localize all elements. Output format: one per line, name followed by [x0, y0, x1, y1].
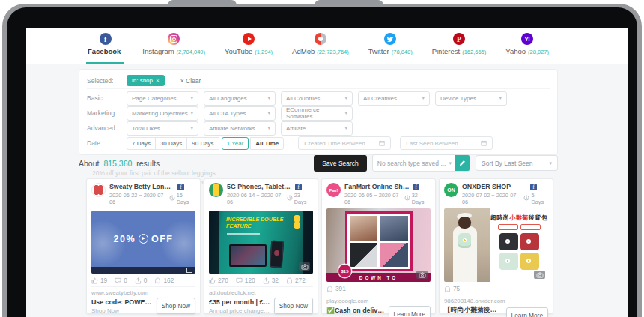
ad-date-range: 2020-06-22 ~ 2020-07-06 [109, 192, 169, 205]
selected-filter-chip[interactable]: in: shop × [127, 75, 165, 86]
clear-filters-button[interactable]: × Clear [180, 77, 201, 85]
stat-value: 19 [100, 277, 107, 284]
ad-date-range: 2020-06-14 ~ 2020-07-06 [227, 192, 287, 205]
screen: f Facebook Instagram (2,704,049) YouTube… [26, 28, 628, 317]
advertiser-name[interactable]: Sweaty Betty London | Wom... [109, 183, 174, 190]
filter-dropdown[interactable]: Marketing Objectives▾ [127, 106, 198, 121]
ad-media[interactable]: DOWN TO$15 [326, 208, 431, 282]
date-range-button[interactable]: 7 Days [127, 137, 156, 150]
advertiser-name[interactable]: 5G Phones, Tablets & SIMs | ... [227, 183, 292, 190]
ad-stats: 75 [444, 285, 548, 292]
chevron-down-icon: ▾ [344, 110, 347, 116]
product-grid [499, 233, 539, 270]
card-header: Sweaty Betty London | Wom... f ··· 2020-… [91, 183, 195, 205]
tab-pinterest[interactable]: P Pinterest (162,665) [431, 33, 488, 64]
date-range-button[interactable]: 1 Year [222, 137, 249, 150]
ad-headline: 【時尚小雛菊後背包】小雛菊刺... [444, 306, 503, 315]
selected-filters-row: Selected: in: shop × × Clear [87, 73, 550, 89]
date-range-button[interactable]: All Time [250, 137, 284, 150]
tab-facebook[interactable]: f Facebook [86, 33, 124, 64]
admob-glyph [318, 37, 323, 41]
product-collage [345, 211, 413, 271]
expand-icon[interactable] [186, 268, 192, 273]
filter-dropdown[interactable]: Affiliate Networks▾ [204, 121, 276, 136]
heat-stat: 391 [326, 285, 346, 292]
save-search-button[interactable]: Save Search [314, 155, 367, 172]
heat-icon [326, 286, 333, 292]
ad-media[interactable]: 超時尚小雛菊後背包 [444, 208, 548, 282]
cta-button[interactable]: Shop Now [274, 298, 313, 314]
ad-card: Sweaty Betty London | Wom... f ··· 2020-… [86, 178, 201, 314]
filter-dropdown[interactable]: Device Types▾ [435, 91, 507, 106]
filter-dropdown[interactable]: Affiliate▾ [281, 121, 353, 136]
cta-button[interactable]: Shop Now [157, 298, 195, 314]
like-icon [91, 277, 98, 284]
dropdown-value: Marketing Objectives [132, 110, 188, 117]
cta-button[interactable]: Learn More [389, 306, 431, 317]
ad-domain: ad.doubleclick.net [209, 289, 313, 296]
like-stat: 270 [209, 277, 228, 284]
ad-domain: 986208148.onxder.com [444, 298, 548, 304]
date-range-button[interactable]: 90 Days [186, 137, 219, 150]
heat-stat: 162 [154, 277, 174, 284]
more-menu-icon[interactable]: ··· [305, 184, 313, 190]
filter-dropdown[interactable]: All CTA Types▾ [204, 106, 276, 121]
ad-headline: £35 per month | £30 upfront | ... [209, 298, 271, 306]
filter-dropdown[interactable]: Total Likes▾ [127, 121, 198, 136]
ad-cards-row: Sweaty Betty London | Wom... f ··· 2020-… [86, 178, 553, 314]
comment-icon [115, 277, 121, 284]
ad-card: 5G Phones, Tablets & SIMs | ... f ··· 20… [204, 178, 318, 314]
calendar-icon [481, 140, 487, 146]
ad-subline: Shop Now [91, 307, 154, 314]
more-menu-icon[interactable]: ··· [422, 184, 431, 190]
date-picker-input[interactable]: Last Seen Between [400, 136, 493, 150]
play-icon[interactable] [139, 234, 148, 244]
chevron-down-icon: ▾ [190, 95, 193, 101]
chevron-down-icon: ▾ [549, 160, 552, 166]
ad-domain: www.sweatybetty.com [91, 289, 195, 296]
advertiser-avatar [209, 183, 223, 197]
product-photo [350, 243, 378, 268]
tab-twitter[interactable]: Twitter (78,848) [367, 33, 414, 64]
filter-dropdown[interactable]: All Languages▾ [204, 91, 276, 106]
filter-dropdown[interactable]: All Creatives▾ [358, 91, 430, 106]
tab-yahoo[interactable]: Y! Yahoo (28,027) [504, 33, 550, 64]
dropdown-value: All CTA Types [209, 110, 246, 117]
card-header: Fan! FanMart Online Shopping - F... f ··… [326, 183, 431, 205]
facebook-icon: f [295, 184, 302, 190]
stat-value: 120 [245, 277, 255, 284]
edit-icon[interactable] [455, 155, 470, 171]
filter-dropdown[interactable]: Page Categories▾ [127, 91, 198, 106]
tab-youtube[interactable]: YouTube (1,294) [223, 33, 274, 64]
sort-dropdown[interactable]: Sort By Last Seen ▾ [476, 155, 558, 171]
tab-instagram[interactable]: Instagram (2,704,049) [141, 33, 207, 64]
filter-dropdown[interactable]: ECommerce Softwares▾ [281, 106, 353, 121]
dropdown-value: All Creatives [363, 95, 397, 102]
heat-icon [154, 277, 161, 284]
date-range-button[interactable]: 30 Days [155, 137, 187, 150]
tab-admob[interactable]: AdMob (22,723,764) [291, 33, 350, 64]
date-picker-input[interactable]: Created Time Between [298, 136, 391, 150]
stat-value: 75 [453, 285, 460, 292]
media-subtext [227, 233, 260, 235]
ad-stats: 1900162 [91, 277, 195, 284]
more-menu-icon[interactable]: ··· [187, 184, 195, 190]
chip-close-icon[interactable]: × [156, 77, 160, 84]
advertiser-name[interactable]: FanMart Online Shopping - F... [344, 183, 410, 190]
share-icon [263, 277, 270, 284]
stat-value: 32 [272, 277, 279, 284]
filter-dropdown[interactable]: All Countries▾ [281, 91, 353, 106]
dropdown-value: Total Likes [132, 125, 160, 132]
dark-edge [209, 211, 219, 274]
tab-count: (28,027) [528, 49, 549, 55]
ad-media[interactable]: INCREDIBLE DOUBLE FEATURE [209, 211, 313, 274]
filter-row: Marketing:Marketing Objectives▾All CTA T… [87, 106, 550, 121]
ad-duration: 5 Days [531, 192, 548, 205]
heat-icon [444, 286, 451, 292]
advertiser-name[interactable]: ONXDER SHOP [462, 183, 527, 190]
more-menu-icon[interactable]: ··· [540, 184, 548, 190]
ad-media[interactable]: 20%OFF [91, 211, 195, 274]
ad-domain: play.google.com [326, 298, 431, 304]
saved-search-dropdown[interactable]: No search type saved ... ▾ [372, 154, 470, 172]
cta-button[interactable]: Learn More [506, 307, 548, 317]
